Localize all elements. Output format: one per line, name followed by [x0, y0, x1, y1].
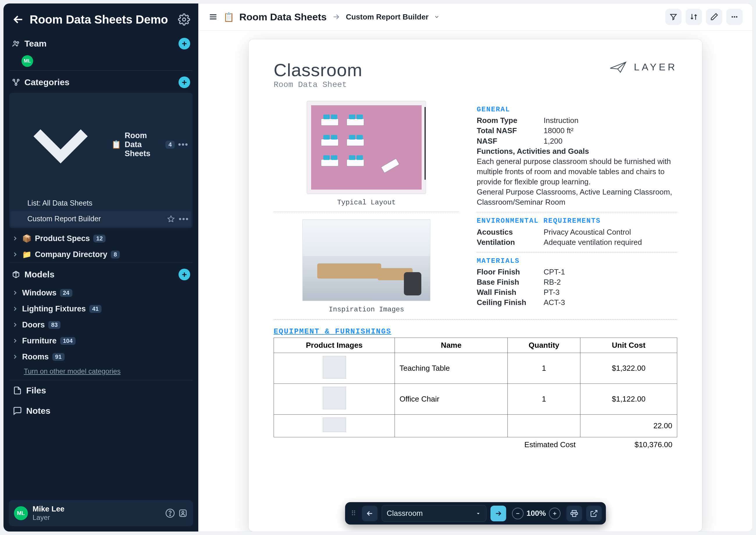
more-model-categories-link[interactable]: Turn on other model categories — [9, 365, 192, 378]
model-count-badge: 24 — [60, 289, 72, 297]
inspiration-image — [302, 219, 430, 301]
chevron-down-icon — [14, 98, 108, 192]
drag-handle-icon[interactable]: ⠿ — [349, 509, 358, 518]
estimated-cost-label: Estimated Cost — [274, 437, 580, 452]
page-subtitle: Room Data Sheet — [274, 80, 362, 89]
category-count-badge: 4 — [165, 141, 175, 149]
cell-name: Office Chair — [395, 384, 508, 415]
svg-point-4 — [17, 79, 19, 81]
kv-value: Privacy Acoustical Control — [544, 227, 631, 237]
product-thumb — [323, 356, 346, 379]
table-row: 22.00 — [274, 415, 677, 437]
kv-value: 1,200 — [544, 136, 562, 146]
svg-point-1 — [14, 41, 16, 43]
svg-point-12 — [736, 16, 738, 18]
list-label: List: All Data Sheets — [27, 199, 93, 207]
next-record-button[interactable] — [490, 506, 506, 521]
functions-heading: Functions, Activities and Goals — [477, 146, 677, 156]
zoom-value: 100% — [527, 509, 546, 518]
breadcrumb-current[interactable]: Custom Report Builder — [346, 13, 429, 21]
model-rooms[interactable]: Rooms91 — [9, 349, 192, 365]
kv-value: 18000 ft² — [544, 126, 574, 136]
brand-logo: LAYER — [609, 60, 677, 74]
category-count-badge: 8 — [111, 251, 120, 259]
zoom-out-button[interactable] — [512, 508, 524, 519]
more-button[interactable] — [726, 9, 742, 25]
add-category-button[interactable]: + — [179, 76, 190, 88]
nav-files-label: Files — [26, 385, 46, 395]
category-row-room-data-sheets[interactable]: 📋 Room Data Sheets 4 ••• — [11, 94, 191, 195]
figure-caption-2: Inspiration Images — [329, 306, 404, 313]
category-child-all-data-sheets[interactable]: List: All Data Sheets — [11, 195, 191, 211]
sort-button[interactable] — [686, 9, 702, 25]
chevron-right-icon — [12, 305, 18, 312]
team-icon — [12, 39, 20, 48]
print-icon — [570, 509, 578, 518]
workspace-title: Room Data Sheets Demo — [30, 13, 173, 26]
document-canvas: Classroom Room Data Sheet LAYER — [198, 31, 752, 531]
model-windows[interactable]: Windows24 — [9, 285, 192, 301]
star-icon[interactable] — [167, 215, 175, 223]
breadcrumb-root[interactable]: Room Data Sheets — [239, 11, 326, 23]
kv-key: Base Finish — [477, 277, 544, 287]
model-label: Doors — [22, 321, 45, 329]
category-product-specs[interactable]: 📦 Product Specs 12 — [9, 231, 192, 246]
figure-caption-1: Typical Layout — [337, 199, 396, 207]
edit-button[interactable] — [706, 9, 722, 25]
section-materials-label: MATERIALS — [477, 256, 677, 266]
kv-key: Ceiling Finish — [477, 297, 544, 308]
breadcrumb-arrow-icon — [332, 13, 341, 21]
model-doors[interactable]: Doors83 — [9, 317, 192, 333]
report-navigator-bar: ⠿ Classroom 100% — [345, 502, 606, 524]
functions-body: Each general purpose classroom should be… — [477, 156, 677, 187]
kv-key: NASF — [477, 136, 544, 146]
paper-plane-icon — [609, 60, 629, 74]
kv-value: PT-3 — [544, 287, 559, 297]
account-icon[interactable] — [178, 508, 188, 518]
section-categories: Categories + — [9, 70, 192, 93]
cell-qty: 1 — [508, 353, 580, 384]
plus-icon — [552, 511, 557, 516]
folder-icon: 📁 — [22, 251, 31, 258]
open-external-button[interactable] — [586, 506, 602, 521]
team-member-avatar[interactable]: ML — [21, 55, 33, 67]
report-builder-label: Custom Report Builder — [27, 214, 101, 223]
clipboard-icon: 📋 — [223, 12, 234, 22]
nav-files[interactable]: Files — [9, 380, 192, 401]
nav-notes[interactable]: Notes — [9, 401, 192, 421]
record-selector[interactable]: Classroom — [382, 505, 487, 521]
page-title: Classroom — [274, 60, 362, 80]
arrow-left-icon — [366, 509, 374, 518]
category-child-custom-report-builder[interactable]: Custom Report Builder ••• — [11, 211, 191, 227]
category-company-directory[interactable]: 📁 Company Directory 8 — [9, 246, 192, 263]
clipboard-icon: 📋 — [111, 140, 121, 149]
model-lighting[interactable]: Lighting Fixtures41 — [9, 301, 192, 317]
notes-icon — [13, 406, 22, 415]
box-icon: 📦 — [22, 235, 31, 242]
filter-button[interactable] — [665, 9, 682, 25]
user-avatar[interactable]: ML — [14, 506, 28, 520]
print-button[interactable] — [566, 506, 582, 521]
menu-icon[interactable] — [208, 12, 218, 22]
help-icon[interactable] — [165, 508, 175, 518]
section-models: Models + — [9, 263, 192, 285]
sidebar: Room Data Sheets Demo Team + ML Categori… — [4, 4, 198, 531]
zoom-in-button[interactable] — [549, 508, 560, 519]
chevron-right-icon — [12, 353, 18, 360]
zoom-controls: 100% — [510, 508, 562, 519]
child-more-icon[interactable]: ••• — [179, 214, 189, 224]
settings-gear-icon[interactable] — [178, 14, 190, 26]
section-equipment-label: EQUIPMENT & FURNISHINGS — [274, 327, 677, 336]
model-furniture[interactable]: Furniture104 — [9, 333, 192, 349]
caret-down-icon — [475, 510, 482, 517]
category-more-icon[interactable]: ••• — [178, 140, 188, 149]
prev-record-button[interactable] — [362, 506, 378, 521]
back-arrow-icon[interactable] — [12, 13, 25, 26]
add-model-button[interactable]: + — [179, 269, 190, 280]
add-team-button[interactable]: + — [179, 38, 190, 49]
model-label: Rooms — [22, 352, 49, 361]
model-label: Lighting Fixtures — [22, 304, 86, 313]
product-thumb — [323, 417, 346, 432]
chevron-down-icon[interactable] — [434, 14, 440, 20]
functions-body-2: General Purpose Classrooms, Active Learn… — [477, 187, 677, 207]
